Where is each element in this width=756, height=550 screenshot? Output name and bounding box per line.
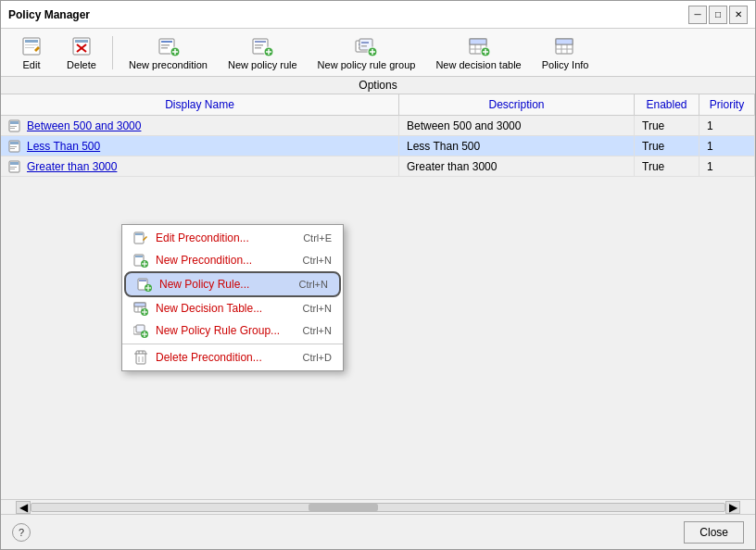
table-row[interactable]: Between 500 and 3000 Between 500 and 300…	[1, 116, 755, 136]
window-title: Policy Manager	[8, 8, 90, 21]
context-edit-label: Edit Precondition...	[156, 231, 296, 244]
context-new-pre-shortcut: Ctrl+N	[303, 255, 332, 266]
svg-rect-26	[361, 42, 369, 44]
new-policy-rule-button[interactable]: New policy rule	[220, 32, 306, 73]
help-label: ?	[19, 527, 24, 538]
new-policy-rule-group-icon	[355, 35, 377, 57]
context-new-pre-label: New Precondition...	[156, 254, 296, 267]
new-precondition-label: New precondition	[129, 59, 208, 70]
context-new-policy-rule-group[interactable]: New Policy Rule Group... Ctrl+N	[122, 319, 343, 342]
close-label: Close	[699, 526, 728, 539]
svg-rect-11	[161, 47, 168, 49]
window-controls: ─ □ ✕	[688, 6, 748, 24]
context-delete-shortcut: Ctrl+D	[303, 352, 332, 363]
context-new-decision-table[interactable]: New Decision Table... Ctrl+N	[122, 297, 343, 319]
cell-enabled-1: True	[635, 116, 699, 135]
new-precondition-button[interactable]: New precondition	[120, 32, 216, 73]
context-separator	[122, 344, 343, 344]
main-content: Display Name Description Enabled Priorit…	[1, 94, 755, 514]
new-policy-rule-group-button[interactable]: New policy rule group	[309, 32, 424, 73]
cell-description-2: Less Than 500	[399, 136, 635, 156]
new-policy-rule-label: New policy rule	[228, 59, 297, 70]
row-icon-1	[8, 119, 23, 133]
cell-priority-3: 1	[699, 156, 755, 176]
context-group-shortcut: Ctrl+N	[303, 325, 332, 336]
cell-display-name-2: Less Than 500	[1, 136, 399, 156]
policy-info-button[interactable]: Policy Info	[534, 32, 598, 73]
row-3-name: Greater than 3000	[27, 160, 117, 173]
scroll-left-button[interactable]: ◀	[16, 501, 31, 514]
policy-info-label: Policy Info	[542, 59, 589, 70]
options-bar: Options	[1, 77, 755, 94]
edit-button[interactable]: Edit	[8, 32, 55, 73]
table-header: Display Name Description Enabled Priorit…	[1, 94, 755, 116]
row-2-name: Less Than 500	[27, 140, 100, 153]
maximize-button[interactable]: □	[709, 6, 727, 24]
cell-priority-1: 1	[699, 116, 755, 135]
svg-rect-36	[470, 39, 486, 44]
help-button[interactable]: ?	[12, 523, 31, 542]
context-edit-precondition[interactable]: Edit Precondition... Ctrl+E	[122, 227, 343, 249]
svg-rect-74	[134, 303, 145, 306]
delete-icon	[70, 35, 93, 57]
context-new-policy-rule[interactable]: New Policy Rule... Ctrl+N	[124, 271, 341, 297]
cell-description-1: Between 500 and 3000	[399, 116, 635, 135]
minimize-button[interactable]: ─	[688, 6, 707, 24]
context-new-rule-shortcut: Ctrl+N	[299, 279, 328, 290]
table-body: Between 500 and 3000 Between 500 and 300…	[1, 116, 755, 499]
close-window-button[interactable]: ✕	[729, 6, 748, 24]
context-new-precondition[interactable]: New Precondition... Ctrl+N	[122, 249, 343, 271]
new-precondition-menu-icon	[133, 253, 148, 268]
table-row[interactable]: Greater than 3000 Greater than 3000 True…	[1, 156, 755, 177]
cell-enabled-3: True	[635, 156, 699, 176]
svg-rect-83	[136, 351, 145, 364]
svg-rect-55	[10, 162, 19, 165]
cell-priority-2: 1	[699, 136, 755, 156]
delete-precondition-menu-icon	[133, 350, 148, 365]
close-button[interactable]: Close	[684, 521, 744, 544]
svg-rect-48	[10, 126, 17, 127]
cell-display-name-1: Between 500 and 3000	[1, 116, 399, 135]
svg-rect-10	[161, 44, 170, 46]
svg-rect-1	[25, 40, 38, 43]
new-decision-table-icon	[468, 35, 490, 57]
toolbar-sep-1	[112, 36, 113, 69]
svg-rect-2	[25, 44, 38, 45]
scroll-right-button[interactable]: ▶	[725, 501, 740, 514]
svg-rect-66	[139, 280, 146, 281]
new-policy-rule-group-label: New policy rule group	[318, 59, 416, 70]
toolbar: Edit Delete	[1, 29, 755, 77]
horizontal-scrollbar[interactable]: ◀ ▶	[1, 499, 755, 514]
cell-display-name-3: Greater than 3000	[1, 156, 399, 176]
scrollbar-thumb[interactable]	[309, 504, 378, 511]
row-1-name: Between 500 and 3000	[27, 119, 141, 132]
svg-rect-61	[135, 256, 143, 257]
new-policy-rule-menu-icon	[137, 277, 152, 292]
svg-rect-45	[556, 39, 573, 44]
context-delete-precondition[interactable]: Delete Precondition... Ctrl+D	[122, 346, 343, 369]
scrollbar-track[interactable]	[31, 503, 725, 512]
svg-rect-17	[255, 44, 263, 46]
svg-rect-53	[10, 148, 15, 149]
header-enabled: Enabled	[635, 94, 699, 115]
cell-description-3: Greater than 3000	[399, 156, 635, 176]
delete-label: Delete	[67, 59, 96, 70]
header-priority: Priority	[699, 94, 755, 115]
edit-label: Edit	[23, 59, 41, 70]
svg-rect-16	[255, 41, 266, 43]
table-row[interactable]: Less Than 500 Less Than 500 True 1	[1, 136, 755, 156]
policy-manager-window: Policy Manager ─ □ ✕ Edit	[0, 0, 756, 550]
new-decision-table-label: New decision table	[435, 59, 521, 70]
svg-rect-52	[10, 146, 17, 147]
svg-rect-18	[255, 47, 261, 49]
title-bar: Policy Manager ─ □ ✕	[1, 1, 755, 29]
new-decision-table-button[interactable]: New decision table	[427, 32, 529, 73]
policy-info-icon	[554, 35, 576, 57]
svg-rect-59	[135, 233, 143, 235]
edit-menu-icon	[133, 231, 148, 245]
delete-button[interactable]: Delete	[58, 32, 105, 73]
header-description: Description	[399, 94, 635, 115]
svg-rect-57	[10, 169, 15, 169]
row-icon-3	[8, 159, 23, 174]
context-delete-label: Delete Precondition...	[156, 351, 296, 364]
